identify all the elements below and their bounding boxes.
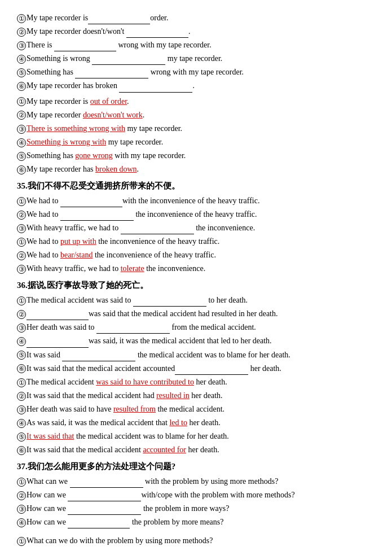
s37-q4: ④How can we the problem by more means? [17, 515, 375, 528]
s37-q1: ①What can we with the problem by using m… [17, 475, 375, 488]
s36-q2: ②was said that the medical accident had … [17, 307, 375, 320]
a1-line4: ④Something is wrong with my tape recorde… [17, 136, 375, 148]
s36-q3: ③Her death was said to from the medical … [17, 321, 375, 334]
s36-a6: ⑥It was said that the medical accident a… [17, 443, 375, 456]
a1-line1: ①My tape recorder is out of order. [17, 95, 375, 108]
section35: 35.我们不得不忍受交通拥挤所带来的不便。 ①We had to with th… [17, 179, 375, 275]
s36-q6: ⑥It was said that the medical accident a… [17, 362, 375, 375]
s37-q2: ②How can we with/cope with the problem w… [17, 488, 375, 501]
a1-line2: ②My tape recorder doesn't/won't work. [17, 108, 375, 121]
section35-title: 35.我们不得不忍受交通拥挤所带来的不便。 [17, 179, 375, 193]
section36: 36.据说,医疗事故导致了她的死亡。 ①The medical accident… [17, 278, 375, 456]
a1-line6: ⑥My tape recorder has broken down. [17, 163, 375, 176]
s35-q3: ③With heavy traffic, we had to the incon… [17, 221, 375, 234]
section37-title: 37.我们怎么能用更多的方法处理这个问题? [17, 460, 375, 474]
section37-answer: ①What can we do with the problem by usin… [17, 534, 375, 547]
s35-a1: ①We had to put up with the inconvenience… [17, 235, 375, 248]
s36-q5: ⑤It was said the medical accident was to… [17, 348, 375, 361]
s36-a3: ③Her death was said to have resulted fro… [17, 403, 375, 416]
s35-a2: ②We had to bear/stand the inconvenience … [17, 248, 375, 261]
a1-line5: ⑤Something has gone wrong with my tape r… [17, 149, 375, 162]
s36-a4: ④As was said, it was the medical acciden… [17, 416, 375, 429]
q1-line2: ②My tape recorder doesn't/won't . [17, 25, 375, 38]
s35-q2: ②We had to the inconvenience of the heav… [17, 208, 375, 221]
q1-line4: ④Something is wrong my tape recorder. [17, 52, 375, 65]
s36-a1: ①The medical accident was said to have c… [17, 375, 375, 388]
q1-line5: ⑤Something has wrong with my tape record… [17, 65, 375, 78]
section37: 37.我们怎么能用更多的方法处理这个问题? ①What can we with … [17, 460, 375, 528]
q1-line1: ①My tape recorder isorder. [17, 11, 375, 24]
document-container: ①My tape recorder isorder. ②My tape reco… [17, 11, 375, 548]
s35-q1: ①We had to with the inconvenience of the… [17, 194, 375, 207]
q1-line3: ③There is wrong with my tape recorder. [17, 38, 375, 51]
a1-line3: ③There is something wrong with my tape r… [17, 122, 375, 135]
group1-questions: ①My tape recorder isorder. ②My tape reco… [17, 11, 375, 93]
s37-q3: ③How can we the problem in more ways? [17, 502, 375, 515]
s36-a2: ②It was said that the medical accident h… [17, 389, 375, 402]
s36-a5: ⑤It was said that the medical accident w… [17, 430, 375, 443]
s36-q1: ①The medical accident was said to to her… [17, 294, 375, 307]
s36-q4: ④was said, it was the medical accident t… [17, 334, 375, 347]
s35-a3: ③With heavy traffic, we had to tolerate … [17, 262, 375, 275]
section36-title: 36.据说,医疗事故导致了她的死亡。 [17, 278, 375, 292]
s37-a1: ①What can we do with the problem by usin… [17, 534, 375, 547]
q1-line6: ⑥My tape recorder has broken . [17, 79, 375, 92]
group1-answers: ①My tape recorder is out of order. ②My t… [17, 95, 375, 176]
